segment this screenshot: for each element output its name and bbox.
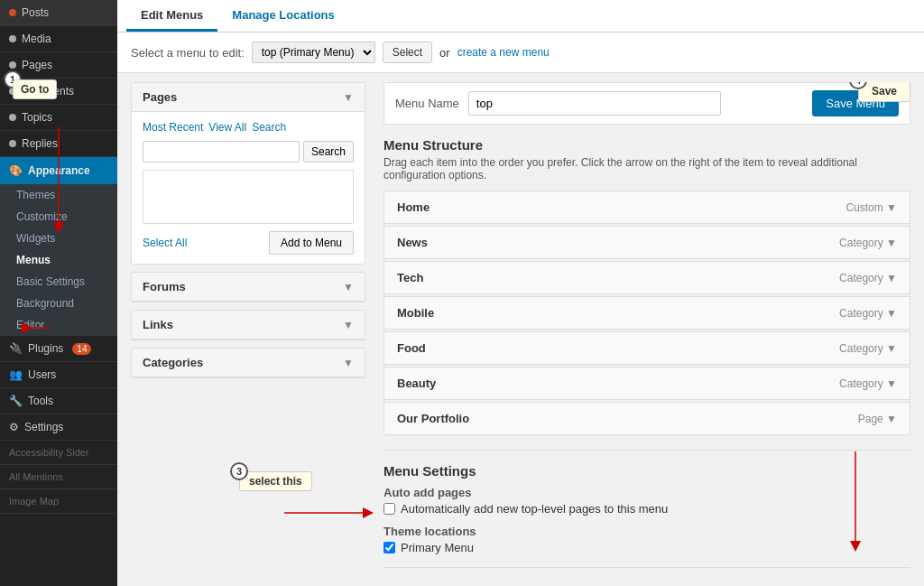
- menu-item[interactable]: Tech Category ▼: [383, 261, 910, 294]
- media-dot: [9, 35, 16, 42]
- sidebar-item-users[interactable]: 👥 Users: [0, 362, 117, 388]
- menu-item[interactable]: News Category ▼: [383, 226, 910, 259]
- menu-item-type: Category ▼: [839, 272, 897, 284]
- menu-item-type: Category ▼: [839, 377, 897, 390]
- chevron-down-icon: ▼: [343, 281, 354, 293]
- menu-select[interactable]: top (Primary Menu): [252, 42, 375, 63]
- auto-add-pages-checkbox[interactable]: [383, 503, 395, 515]
- menu-item[interactable]: Our Portfolio Page ▼: [383, 402, 910, 435]
- view-all-btn[interactable]: View All: [208, 121, 246, 134]
- menu-item-type: Category ▼: [839, 342, 897, 355]
- auto-add-pages-label: Auto add pages: [383, 486, 910, 499]
- select-button[interactable]: Select: [383, 42, 432, 63]
- add-to-menu-button[interactable]: Add to Menu: [269, 231, 354, 255]
- menu-settings-title: Menu Settings: [383, 463, 910, 479]
- pages-search-input[interactable]: [143, 141, 300, 163]
- menu-item-name: Food: [397, 341, 426, 355]
- content-area: Pages ▼ Most Recent View All Search Sear…: [117, 73, 924, 586]
- right-panel: 4 Save Menu Name Save Menu Menu Structur…: [374, 82, 910, 577]
- topics-dot: [9, 114, 16, 121]
- menu-item[interactable]: Food Category ▼: [383, 331, 910, 365]
- search-row: Search: [143, 141, 354, 163]
- pages-search-button[interactable]: Search: [303, 141, 354, 163]
- menu-structure-title: Menu Structure: [383, 137, 910, 153]
- sidebar-item-label: Replies: [22, 137, 58, 150]
- primary-menu-row: Primary Menu: [383, 541, 910, 554]
- goto-annotation: 1 Go to: [13, 79, 57, 99]
- auto-add-pages-row: Automatically add new top-level pages to…: [383, 502, 910, 516]
- annotation-3: 3 select this: [239, 471, 312, 491]
- menu-item-name: Our Portfolio: [397, 412, 469, 425]
- categories-panel: Categories ▼: [131, 348, 365, 378]
- sidebar-item-label: Pages: [22, 59, 52, 71]
- menu-name-input[interactable]: [468, 91, 721, 116]
- categories-panel-header[interactable]: Categories ▼: [132, 349, 365, 377]
- sidebar-sub-background[interactable]: Background: [0, 293, 117, 314]
- sidebar-item-topics[interactable]: Topics: [0, 105, 117, 131]
- sidebar-item-extra3[interactable]: Image Map: [0, 489, 117, 514]
- links-panel-header[interactable]: Links ▼: [132, 311, 365, 340]
- sidebar-sub-menus[interactable]: Menus 2: [0, 249, 117, 271]
- pages-list: [143, 170, 354, 224]
- menu-item[interactable]: Mobile Category ▼: [383, 296, 910, 330]
- sidebar-item-tools[interactable]: 🔧 Tools: [0, 388, 117, 414]
- select-all-link[interactable]: Select All: [143, 237, 187, 249]
- sidebar-sub-editor[interactable]: Editor: [0, 314, 117, 336]
- menu-structure-desc: Drag each item into the order you prefer…: [383, 156, 910, 181]
- tools-label: Tools: [28, 395, 53, 407]
- sidebar-item-plugins[interactable]: 🔌 Plugins 14: [0, 336, 117, 362]
- posts-dot: [9, 9, 16, 16]
- menu-item-name: News: [397, 236, 428, 249]
- most-recent-btn[interactable]: Most Recent: [143, 121, 203, 134]
- tab-manage-locations[interactable]: Manage Locations: [217, 1, 348, 32]
- pages-title: Pages: [143, 90, 177, 104]
- plugins-label: Plugins: [28, 342, 63, 355]
- sidebar-item-replies[interactable]: Replies: [0, 131, 117, 157]
- sidebar-item-posts[interactable]: Posts: [0, 0, 117, 26]
- menu-item-name: Mobile: [397, 306, 434, 320]
- search-btn-tab[interactable]: Search: [252, 121, 286, 134]
- pages-panel: Pages ▼ Most Recent View All Search Sear…: [131, 82, 365, 265]
- settings-icon: ⚙: [9, 421, 19, 433]
- pages-footer: Select All Add to Menu: [143, 231, 354, 255]
- forums-panel: Forums ▼: [131, 272, 365, 302]
- pages-panel-header[interactable]: Pages ▼: [132, 83, 365, 112]
- select-menu-label: Select a menu to edit:: [131, 46, 245, 60]
- links-title: Links: [143, 318, 173, 331]
- sidebar-sub-themes[interactable]: Themes: [0, 184, 117, 206]
- primary-menu-checkbox[interactable]: [383, 542, 395, 553]
- theme-locations-label: Theme locations: [383, 525, 910, 538]
- menu-name-label: Menu Name: [395, 97, 459, 110]
- menu-item-type: Category ▼: [839, 237, 897, 249]
- sidebar-sub-basic-settings[interactable]: Basic Settings: [0, 271, 117, 293]
- menu-item-type: Page ▼: [858, 413, 897, 425]
- menu-name-row: Menu Name Save Menu: [383, 82, 910, 125]
- chevron-down-icon: ▼: [343, 319, 354, 331]
- tabs-bar: Edit Menus Manage Locations: [117, 0, 924, 33]
- select-bar: Select a menu to edit: top (Primary Menu…: [117, 33, 924, 73]
- appearance-header[interactable]: 🎨 Appearance: [0, 157, 117, 184]
- primary-menu-label: Primary Menu: [401, 541, 474, 554]
- sidebar-sub-customize[interactable]: Customize: [0, 206, 117, 228]
- pages-tab-buttons: Most Recent View All Search: [143, 121, 354, 134]
- forums-title: Forums: [143, 280, 186, 293]
- sidebar-item-extra2[interactable]: All Mentions: [0, 465, 117, 489]
- annotation-number-3: 3: [230, 462, 248, 480]
- forums-panel-header[interactable]: Forums ▼: [132, 273, 365, 302]
- annotation-4: 4 Save: [858, 82, 910, 102]
- menu-items-list: Home Custom ▼ News Category ▼ Tech Categ…: [383, 191, 910, 435]
- appearance-label: Appearance: [28, 164, 90, 177]
- create-new-menu-link[interactable]: create a new menu: [457, 46, 550, 59]
- menu-item[interactable]: Beauty Category ▼: [383, 367, 910, 400]
- tab-edit-menus[interactable]: Edit Menus: [126, 1, 217, 32]
- main-content: Edit Menus Manage Locations Select a men…: [117, 0, 924, 586]
- settings-label: Settings: [24, 421, 63, 433]
- sidebar-item-extra1[interactable]: Accessibility Sider: [0, 441, 117, 465]
- sidebar-item-settings[interactable]: ⚙ Settings: [0, 414, 117, 441]
- menu-item-name: Tech: [397, 271, 423, 284]
- menu-item-name: Beauty: [397, 377, 436, 390]
- sidebar-item-media[interactable]: Media: [0, 26, 117, 52]
- sidebar-sub-widgets[interactable]: Widgets: [0, 228, 117, 249]
- menu-item[interactable]: Home Custom ▼: [383, 191, 910, 224]
- menu-item-type: Category ▼: [839, 307, 897, 320]
